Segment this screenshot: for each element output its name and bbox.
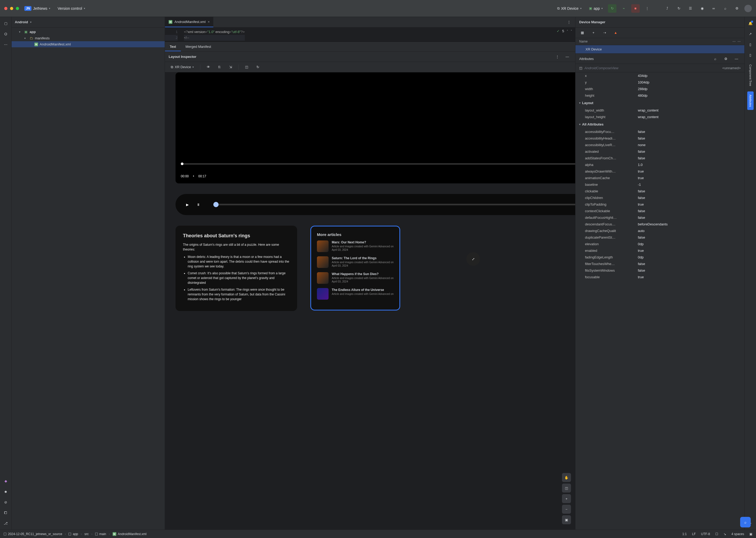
attribute-row[interactable]: duplicateParentSt…false (575, 234, 744, 241)
attribute-row[interactable]: y1004dp (575, 79, 744, 85)
close-window[interactable] (4, 7, 7, 10)
more-article-item[interactable]: Saturn: The Lord of the RingsArticle and… (317, 256, 394, 268)
attribute-row[interactable]: enabledtrue (575, 247, 744, 254)
dm-add-button[interactable]: + (589, 28, 598, 37)
stop-button[interactable]: ■ (631, 4, 640, 13)
attribute-row[interactable]: accessibilityLiveR…none (575, 142, 744, 148)
run-button[interactable]: ↻ (608, 4, 616, 13)
attribute-row[interactable]: alwaysDrawnWith…true (575, 168, 744, 175)
attribute-row[interactable]: layout_heightwrap_content (575, 114, 744, 120)
indent-setting[interactable]: 4 spaces (731, 532, 744, 536)
inspector-minimize[interactable]: — (563, 52, 571, 61)
inspector-options[interactable]: ⋮ (553, 52, 561, 61)
file-encoding[interactable]: UTF-8 (701, 532, 710, 536)
notifications-button[interactable]: 🔔 (746, 19, 755, 27)
attribute-row[interactable]: drawingCacheQualitauto (575, 228, 744, 234)
expand-fab[interactable]: ⤢ (466, 252, 480, 266)
readonly-toggle[interactable]: ☐ (715, 532, 718, 536)
mini-tab-text[interactable]: Text (165, 42, 181, 51)
breadcrumb[interactable]: app (69, 532, 78, 536)
more-actions[interactable]: ⋮ (643, 4, 651, 13)
breadcrumb[interactable]: MAndroidManifest.xml (113, 532, 147, 536)
zoom-in-button[interactable]: + (562, 494, 571, 503)
project-selector[interactable]: JN JetNews ▾ (22, 5, 52, 12)
search-button[interactable]: ⌕ (721, 4, 729, 13)
attributes-tab[interactable]: Attributes (747, 91, 754, 110)
terminal-button[interactable]: ⧠ (2, 509, 10, 517)
pause-icon[interactable]: ⏸ (197, 203, 200, 207)
attribute-row[interactable]: accessibilityHeadi…false (575, 135, 744, 142)
settings-button[interactable]: ⚙ (733, 4, 741, 13)
tree-node-manifest-file[interactable]: M AndroidManifest.xml (12, 41, 165, 47)
breadcrumb[interactable]: main (95, 532, 106, 536)
project-tool-button[interactable]: ▢ (2, 19, 10, 27)
assistant-fab[interactable]: ⌕ (740, 517, 751, 527)
tree-node-app[interactable]: ▾ ▣ app (12, 28, 165, 35)
layers-button[interactable]: ◫ (562, 484, 571, 493)
media-control-bar[interactable]: ▶ ⏸ (176, 194, 575, 215)
vcs-dropdown[interactable]: Version control ▾ (55, 5, 87, 12)
attribute-row[interactable]: activatedfalse (575, 148, 744, 155)
zoom-out-button[interactable]: − (562, 505, 571, 514)
article-theories-card[interactable]: Theories about Saturn's rings The origin… (176, 226, 297, 311)
attribute-row[interactable]: alpha1.0 (575, 161, 744, 168)
more-article-item[interactable]: Mars: Our Next Home?Article and images c… (317, 241, 394, 252)
dm-grid-button[interactable]: ▦ (578, 28, 587, 37)
app-quality-button[interactable]: ∞ (710, 4, 718, 13)
attrs-minimize[interactable]: — (732, 54, 741, 63)
profiler-button[interactable]: ◉ (698, 4, 706, 13)
layout-button[interactable]: ☰ (686, 4, 695, 13)
mini-tab-merged[interactable]: Merged Manifest (181, 42, 216, 51)
attrs-settings[interactable]: ⚙ (722, 54, 730, 63)
resource-manager-button[interactable]: ☻ (2, 487, 10, 496)
chevron-down-icon[interactable]: ▾ (30, 21, 31, 24)
running-devices-button[interactable]: ▯ (746, 51, 755, 59)
section-all-attributes[interactable]: ▾ All Attributes (575, 120, 744, 129)
chevron-up-icon[interactable]: ˄ (567, 29, 568, 32)
chevron-down-icon[interactable]: ˅ (571, 29, 572, 32)
close-tab-icon[interactable]: × (208, 20, 210, 24)
sync-button[interactable]: ↻ (674, 4, 683, 13)
attribute-row[interactable]: x434dp (575, 73, 744, 79)
attribute-row[interactable]: baseline-1 (575, 181, 744, 188)
attribute-row[interactable]: width288dp (575, 85, 744, 92)
gradle-button[interactable]: ↗ (746, 29, 755, 38)
maximize-window[interactable] (16, 7, 19, 10)
problems-button[interactable]: ⊘ (2, 498, 10, 506)
attribute-row[interactable]: layout_widthwrap_content (575, 107, 744, 114)
line-ending[interactable]: LF (692, 532, 696, 536)
vcs-tool-button[interactable]: ⎇ (2, 519, 10, 527)
attribute-row[interactable]: elevation0dp (575, 241, 744, 247)
attribute-row[interactable]: addStatesFromCh…false (575, 155, 744, 161)
attribute-row[interactable]: fadingEdgeLength0dp (575, 254, 744, 260)
attribute-row[interactable]: descendantFocus…beforeDescendants (575, 221, 744, 228)
section-layout[interactable]: ▾ Layout (575, 99, 744, 107)
refresh-button[interactable]: ↻ (254, 63, 262, 71)
zoom-fit-button[interactable]: ▣ (562, 515, 571, 524)
structure-tool-button[interactable]: ⌬ (2, 29, 10, 38)
dm-fire-button[interactable]: ▲ (611, 28, 620, 37)
run-config-selector[interactable]: ▣ app ▾ (587, 5, 605, 12)
play-icon[interactable]: ▶ (186, 203, 189, 207)
overlay-button[interactable]: ◫ (242, 63, 251, 71)
inspector-canvas[interactable]: 00:00 • 00:17 ⚙ ▶ ⏸ Theories about Satur… (165, 73, 575, 529)
code-with-me-button[interactable]: ⤴ (663, 4, 671, 13)
emulator-button[interactable]: ▯ (746, 40, 755, 49)
run-target-selector[interactable]: ⧉ XR Device ▾ (555, 5, 584, 12)
attributes-list[interactable]: x434dpy1004dpwidth288dpheight480dp ▾ Lay… (575, 73, 744, 529)
debug-button[interactable]: ⌁ (619, 4, 628, 13)
breadcrumb[interactable]: src (85, 532, 89, 536)
export-button[interactable]: ⇲ (226, 63, 235, 71)
attribute-row[interactable]: clickablefalse (575, 188, 744, 194)
video-seekbar[interactable] (181, 164, 575, 164)
live-updates-toggle[interactable]: 👁 (204, 63, 212, 71)
video-player-view[interactable]: 00:00 • 00:17 ⚙ (176, 73, 575, 184)
tree-node-manifests[interactable]: ▾ 🗀 manifests (12, 35, 165, 41)
attribute-row[interactable]: animationCachetrue (575, 175, 744, 181)
dm-wifi-button[interactable]: ⇢ (600, 28, 609, 37)
media-slider[interactable] (213, 204, 575, 205)
code-editor[interactable]: 1 2 <?xml version="1.0" encoding="utf-8"… (165, 27, 575, 42)
attribute-row[interactable]: clipChildrenfalse (575, 194, 744, 201)
attrs-search[interactable]: ⌕ (711, 54, 720, 63)
attribute-row[interactable]: accessibilityFocu…false (575, 129, 744, 135)
